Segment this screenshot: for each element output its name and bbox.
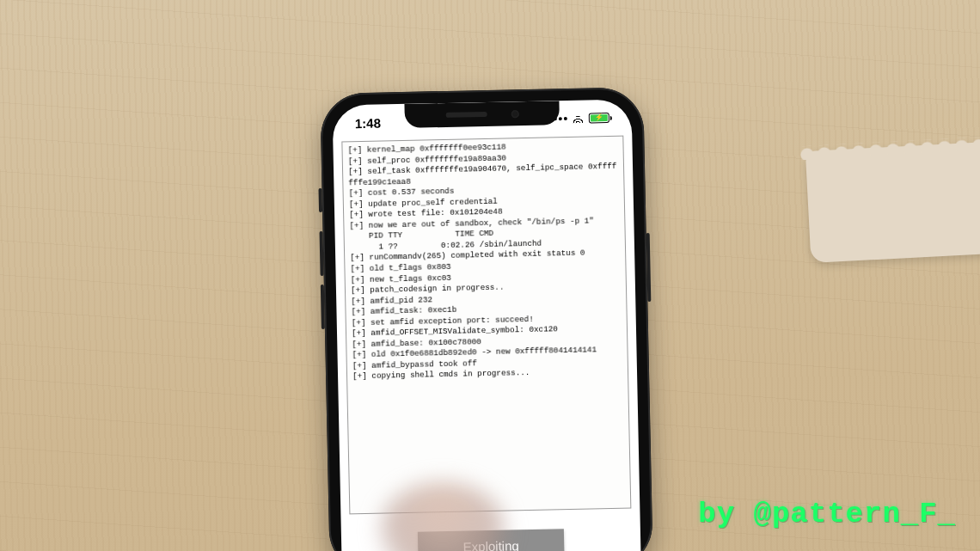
wifi-icon	[572, 113, 585, 123]
status-time: 1:48	[355, 115, 381, 131]
earpiece-speaker	[445, 112, 487, 118]
display-notch	[404, 101, 560, 128]
phone-screen: 1:48 [+] kernel_map 0xfffffff0ee93c118 […	[332, 99, 640, 551]
power-button	[646, 233, 652, 302]
watermark-credits: by @pattern_F_	[698, 498, 956, 530]
mute-switch	[318, 188, 322, 212]
front-camera	[511, 110, 518, 118]
battery-charging-icon	[589, 113, 609, 123]
exploit-app: [+] kernel_map 0xfffffff0ee93c118 [+] se…	[341, 136, 632, 551]
iphone-device: 1:48 [+] kernel_map 0xfffffff0ee93c118 […	[320, 87, 653, 551]
console-output: [+] kernel_map 0xfffffff0ee93c118 [+] se…	[341, 136, 631, 515]
table-cloth	[805, 141, 980, 263]
